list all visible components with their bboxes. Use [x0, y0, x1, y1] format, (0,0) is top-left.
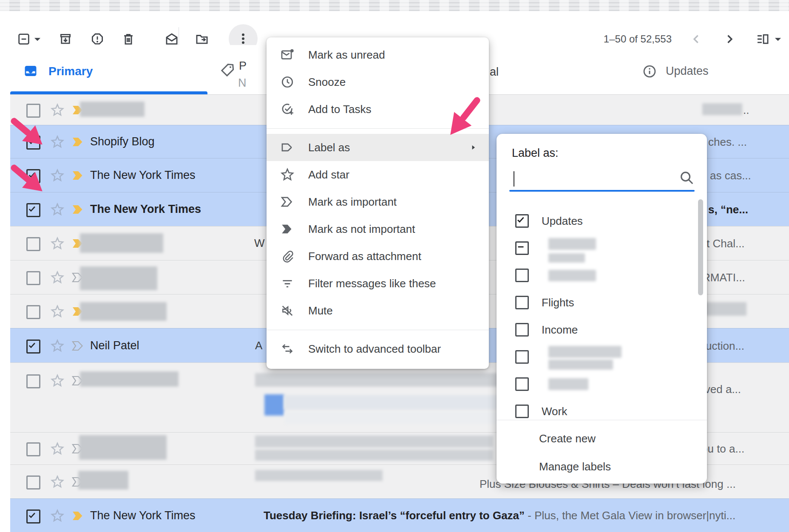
subject-snippet: - Plus, the Met Gala View in browser|nyt… [525, 509, 735, 522]
snippet-fragment: s, “ne... [708, 203, 748, 216]
submenu-divider [497, 420, 707, 420]
annotation-arrow-checkbox-2 [6, 162, 53, 199]
label-checkbox-indeterminate[interactable] [515, 241, 529, 255]
row-checkbox[interactable] [26, 475, 40, 490]
manage-labels-button[interactable]: Manage labels [539, 460, 611, 473]
importance-marker[interactable] [71, 340, 86, 351]
tab-primary[interactable]: Primary [48, 65, 93, 78]
menu-item-label: Mute [308, 304, 333, 317]
importance-marker[interactable] [71, 204, 86, 215]
menu-item-mark-as-important[interactable]: Mark as important [267, 188, 489, 215]
updates-tab-icon[interactable] [642, 64, 657, 79]
star-icon[interactable] [50, 374, 65, 388]
menu-item-mute[interactable]: Mute [267, 297, 489, 324]
menu-item-label: Add to Tasks [308, 103, 371, 116]
redacted-snippet [702, 103, 742, 115]
label-option[interactable] [497, 371, 707, 398]
snippet-fragment: RMATI... [702, 271, 745, 284]
label-checkbox-unchecked[interactable] [515, 296, 529, 309]
sender: The New York Times [90, 169, 196, 182]
row-checkbox[interactable] [26, 509, 40, 524]
snippet-fragment: .. [743, 104, 749, 117]
row-checkbox[interactable] [26, 374, 40, 388]
label-checkbox-unchecked[interactable] [515, 350, 529, 364]
importance-marker[interactable] [71, 136, 86, 147]
gmail-screenshot: 1–50 of 52,553 Primary P N al Updates ..… [0, 0, 789, 532]
label-checkbox-checked[interactable] [515, 214, 529, 228]
email-row[interactable]: The New York TimesTuesday Briefing: Isra… [10, 498, 789, 532]
label-icon [280, 140, 295, 155]
star-icon[interactable] [50, 103, 65, 117]
menu-divider [267, 330, 489, 330]
add-to-tasks-icon [280, 102, 295, 116]
star-icon[interactable] [50, 441, 65, 456]
primary-tab-icon [23, 64, 38, 78]
star-icon [280, 167, 295, 182]
redacted-subject [255, 470, 383, 481]
label-checkbox-unchecked[interactable] [515, 269, 529, 282]
star-icon[interactable] [50, 236, 65, 251]
star-icon[interactable] [50, 270, 65, 285]
menu-item-filter-messages-like-these[interactable]: Filter messages like these [267, 270, 489, 297]
menu-item-forward-as-attachment[interactable]: Forward as attachment [267, 243, 489, 270]
tab-updates[interactable]: Updates [666, 65, 709, 78]
page-background-pattern [0, 0, 789, 11]
label-option[interactable] [497, 262, 707, 289]
label-list-scrollbar[interactable] [698, 199, 703, 295]
menu-item-mark-as-unread[interactable]: Mark as unread [267, 41, 489, 68]
star-icon[interactable] [50, 509, 65, 523]
menu-item-label: Add star [308, 168, 349, 181]
menu-item-switch-to-advanced-toolbar[interactable]: Switch to advanced toolbar [267, 335, 489, 362]
promotions-tab-label-fragment[interactable]: P [239, 59, 247, 73]
label-option-income[interactable]: Income [497, 316, 707, 343]
menu-item-mark-as-not-important[interactable]: Mark as not important [267, 215, 489, 243]
label-option[interactable] [497, 343, 707, 371]
label-option-work[interactable]: Work [497, 398, 707, 419]
redacted-sender [80, 302, 167, 321]
social-tab-label-fragment[interactable]: al [490, 65, 499, 79]
star-icon[interactable] [50, 304, 65, 319]
redacted-sender [80, 371, 179, 387]
attachment-icon [280, 249, 295, 263]
subject-fragment: A [255, 339, 262, 352]
promotions-tab-icon[interactable] [219, 62, 236, 78]
importance-marker[interactable] [71, 510, 86, 521]
menu-item-label: Mark as important [308, 195, 397, 209]
menu-item-label: Mark as unread [308, 48, 385, 62]
create-new-label-button[interactable]: Create new [539, 432, 596, 445]
subject-bold: Tuesday Briefing: Israel’s “forceful ent… [264, 509, 525, 522]
menu-item-snooze[interactable]: Snooze [267, 68, 489, 96]
redacted-subject [255, 450, 493, 461]
star-icon[interactable] [50, 339, 65, 353]
text-cursor [514, 171, 514, 187]
redacted-label-name [548, 270, 596, 281]
menu-item-add-star[interactable]: Add star [267, 161, 489, 188]
mark-unread-icon [280, 48, 295, 62]
snippet-fragment: ches. ... [708, 136, 747, 149]
star-icon[interactable] [50, 202, 65, 217]
star-icon[interactable] [50, 475, 65, 489]
label-search-input[interactable] [509, 170, 696, 190]
row-checkbox[interactable] [26, 203, 40, 217]
row-checkbox[interactable] [26, 442, 40, 456]
row-checkbox[interactable] [26, 237, 40, 251]
menu-item-label: Snooze [308, 76, 346, 89]
label-as-submenu: Label as: UpdatesFlightsIncomeWork Creat… [497, 134, 707, 484]
label-checkbox-unchecked[interactable] [515, 323, 529, 337]
label-option-updates[interactable]: Updates [497, 207, 707, 235]
switch-icon [280, 342, 295, 356]
row-checkbox[interactable] [26, 340, 40, 354]
row-checkbox[interactable] [26, 305, 40, 319]
label-checkbox-unchecked[interactable] [515, 405, 529, 418]
row-checkbox[interactable] [26, 271, 40, 285]
redacted-sender [78, 471, 128, 490]
more-options-menu: Mark as unreadSnoozeAdd to TasksLabel as… [267, 37, 489, 369]
importance-marker[interactable] [71, 170, 86, 181]
snippet-fragment: t Chal... [707, 237, 745, 250]
label-option-flights[interactable]: Flights [497, 289, 707, 316]
redacted-sender [80, 233, 163, 253]
label-option[interactable] [497, 235, 707, 262]
important-filled-icon [280, 222, 295, 236]
label-checkbox-unchecked[interactable] [515, 377, 529, 391]
sender: Shopify Blog [90, 135, 155, 148]
